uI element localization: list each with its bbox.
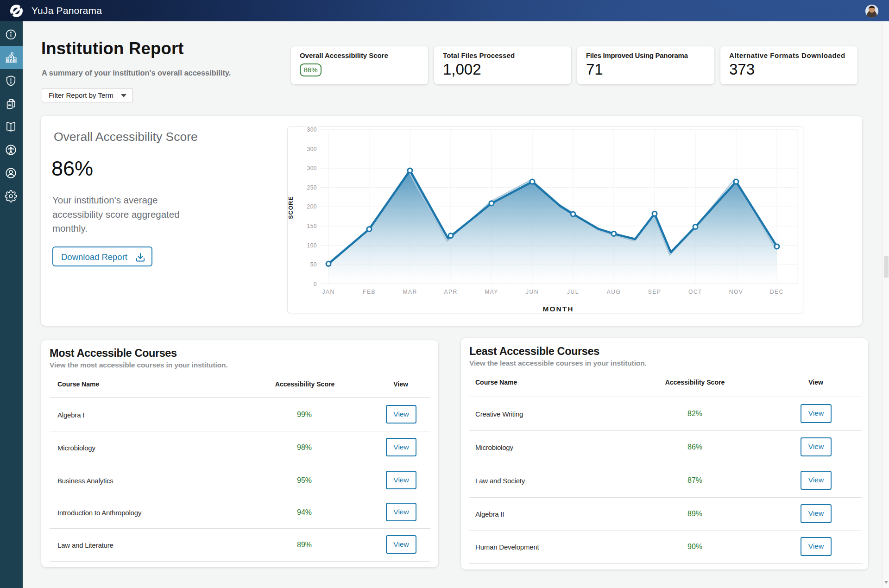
svg-text:300: 300 (307, 165, 317, 171)
svg-text:MONTH: MONTH (543, 305, 574, 313)
svg-text:FEB: FEB (363, 289, 376, 295)
svg-text:MAY: MAY (485, 289, 498, 295)
svg-text:50: 50 (310, 261, 317, 268)
svg-text:0: 0 (314, 281, 317, 287)
svg-text:JUL: JUL (567, 289, 579, 295)
svg-text:MAR: MAR (403, 289, 417, 295)
svg-text:SEP: SEP (648, 289, 662, 295)
svg-text:OCT: OCT (688, 289, 702, 295)
svg-text:DEC: DEC (770, 289, 784, 295)
svg-text:300: 300 (307, 146, 317, 152)
svg-text:JAN: JAN (322, 289, 334, 295)
svg-text:JUN: JUN (526, 289, 539, 295)
svg-text:200: 200 (307, 203, 317, 210)
svg-text:100: 100 (307, 242, 317, 249)
svg-text:APR: APR (444, 289, 457, 295)
svg-text:250: 250 (307, 184, 317, 191)
svg-text:SCORE: SCORE (288, 196, 294, 219)
svg-text:AUG: AUG (607, 289, 621, 295)
svg-text:150: 150 (307, 223, 317, 229)
svg-text:300: 300 (307, 127, 317, 133)
svg-text:NOV: NOV (729, 289, 744, 295)
